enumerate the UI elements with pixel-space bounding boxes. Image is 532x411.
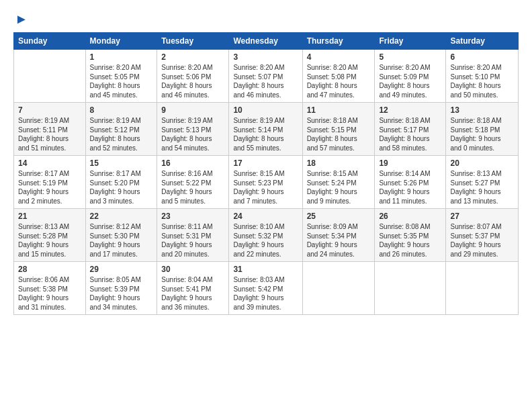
day-number: 8 [90,105,153,115]
table-row: 25Sunrise: 8:09 AM Sunset: 5:34 PM Dayli… [302,209,375,262]
day-number: 23 [161,212,224,221]
table-row: 23Sunrise: 8:11 AM Sunset: 5:31 PM Dayli… [157,209,229,262]
col-friday: Friday [375,33,446,50]
table-row: 19Sunrise: 8:14 AM Sunset: 5:26 PM Dayli… [375,156,446,209]
day-number: 26 [379,212,441,221]
table-row: 17Sunrise: 8:15 AM Sunset: 5:23 PM Dayli… [229,156,302,209]
table-row: 11Sunrise: 8:18 AM Sunset: 5:15 PM Dayli… [302,103,375,156]
calendar-table: Sunday Monday Tuesday Wednesday Thursday… [13,32,519,315]
calendar-row: 14Sunrise: 8:17 AM Sunset: 5:19 PM Dayli… [14,156,519,209]
day-number: 22 [90,212,153,221]
day-number: 9 [161,105,224,115]
day-number: 10 [233,105,298,115]
table-row: 16Sunrise: 8:16 AM Sunset: 5:22 PM Dayli… [157,156,229,209]
day-number: 30 [161,265,224,274]
table-row: 12Sunrise: 8:18 AM Sunset: 5:17 PM Dayli… [375,103,446,156]
table-row: 6Sunrise: 8:20 AM Sunset: 5:10 PM Daylig… [446,50,519,103]
table-row [446,262,519,315]
day-info: Sunrise: 8:04 AM Sunset: 5:41 PM Dayligh… [161,275,224,312]
table-row: 21Sunrise: 8:13 AM Sunset: 5:28 PM Dayli… [14,209,86,262]
day-info: Sunrise: 8:08 AM Sunset: 5:35 PM Dayligh… [379,222,441,259]
day-number: 28 [18,265,81,274]
table-row: 7Sunrise: 8:19 AM Sunset: 5:11 PM Daylig… [14,103,86,156]
day-number: 5 [379,52,441,62]
day-info: Sunrise: 8:07 AM Sunset: 5:37 PM Dayligh… [450,222,514,259]
table-row: 31Sunrise: 8:03 AM Sunset: 5:42 PM Dayli… [229,262,302,315]
table-row: 2Sunrise: 8:20 AM Sunset: 5:06 PM Daylig… [157,50,229,103]
day-info: Sunrise: 8:20 AM Sunset: 5:07 PM Dayligh… [233,63,298,99]
col-saturday: Saturday [446,33,519,50]
day-info: Sunrise: 8:17 AM Sunset: 5:19 PM Dayligh… [18,169,81,205]
day-number: 2 [161,52,224,62]
day-info: Sunrise: 8:11 AM Sunset: 5:31 PM Dayligh… [161,222,224,259]
table-row: 8Sunrise: 8:19 AM Sunset: 5:12 PM Daylig… [85,103,157,156]
day-info: Sunrise: 8:18 AM Sunset: 5:15 PM Dayligh… [307,116,371,152]
day-number: 7 [18,105,81,115]
day-number: 6 [450,52,514,62]
table-row [14,50,86,103]
calendar-row: 1Sunrise: 8:20 AM Sunset: 5:05 PM Daylig… [14,50,519,103]
table-row: 5Sunrise: 8:20 AM Sunset: 5:09 PM Daylig… [375,50,446,103]
day-info: Sunrise: 8:09 AM Sunset: 5:34 PM Dayligh… [307,222,371,259]
day-info: Sunrise: 8:03 AM Sunset: 5:42 PM Dayligh… [233,275,298,312]
table-row: 20Sunrise: 8:13 AM Sunset: 5:27 PM Dayli… [446,156,519,209]
day-number: 1 [90,52,153,62]
page: ► Sunday Monday Tuesday Wednesday Thursd… [0,0,532,411]
day-number: 29 [90,265,153,274]
day-info: Sunrise: 8:20 AM Sunset: 5:09 PM Dayligh… [379,63,441,99]
table-row: 18Sunrise: 8:15 AM Sunset: 5:24 PM Dayli… [302,156,375,209]
day-number: 18 [307,158,371,168]
day-info: Sunrise: 8:18 AM Sunset: 5:18 PM Dayligh… [450,116,514,152]
logo-triangle-icon: ► [15,12,28,26]
table-row: 9Sunrise: 8:19 AM Sunset: 5:13 PM Daylig… [157,103,229,156]
col-sunday: Sunday [14,33,86,50]
table-row: 26Sunrise: 8:08 AM Sunset: 5:35 PM Dayli… [375,209,446,262]
day-number: 15 [90,158,153,168]
day-number: 11 [307,105,371,115]
col-thursday: Thursday [302,33,375,50]
day-info: Sunrise: 8:20 AM Sunset: 5:05 PM Dayligh… [90,63,153,99]
table-row: 3Sunrise: 8:20 AM Sunset: 5:07 PM Daylig… [229,50,302,103]
day-number: 31 [233,265,298,274]
day-number: 3 [233,52,298,62]
table-row: 1Sunrise: 8:20 AM Sunset: 5:05 PM Daylig… [85,50,157,103]
day-info: Sunrise: 8:14 AM Sunset: 5:26 PM Dayligh… [379,169,441,205]
table-row: 4Sunrise: 8:20 AM Sunset: 5:08 PM Daylig… [302,50,375,103]
day-info: Sunrise: 8:19 AM Sunset: 5:14 PM Dayligh… [233,116,298,152]
day-info: Sunrise: 8:20 AM Sunset: 5:06 PM Dayligh… [161,63,224,99]
day-number: 21 [18,212,81,221]
column-header-row: Sunday Monday Tuesday Wednesday Thursday… [14,33,519,50]
day-info: Sunrise: 8:15 AM Sunset: 5:24 PM Dayligh… [307,169,371,205]
day-info: Sunrise: 8:06 AM Sunset: 5:38 PM Dayligh… [18,275,81,312]
day-info: Sunrise: 8:20 AM Sunset: 5:10 PM Dayligh… [450,63,514,99]
day-number: 13 [450,105,514,115]
table-row: 30Sunrise: 8:04 AM Sunset: 5:41 PM Dayli… [157,262,229,315]
day-number: 16 [161,158,224,168]
col-tuesday: Tuesday [157,33,229,50]
table-row: 28Sunrise: 8:06 AM Sunset: 5:38 PM Dayli… [14,262,86,315]
table-row: 27Sunrise: 8:07 AM Sunset: 5:37 PM Dayli… [446,209,519,262]
day-info: Sunrise: 8:13 AM Sunset: 5:28 PM Dayligh… [18,222,81,259]
day-number: 24 [233,212,298,221]
day-number: 17 [233,158,298,168]
day-info: Sunrise: 8:17 AM Sunset: 5:20 PM Dayligh… [90,169,153,205]
day-number: 19 [379,158,441,168]
table-row: 22Sunrise: 8:12 AM Sunset: 5:30 PM Dayli… [85,209,157,262]
day-info: Sunrise: 8:20 AM Sunset: 5:08 PM Dayligh… [307,63,371,99]
day-number: 25 [307,212,371,221]
day-number: 4 [307,52,371,62]
day-info: Sunrise: 8:19 AM Sunset: 5:13 PM Dayligh… [161,116,224,152]
day-info: Sunrise: 8:05 AM Sunset: 5:39 PM Dayligh… [90,275,153,312]
table-row: 14Sunrise: 8:17 AM Sunset: 5:19 PM Dayli… [14,156,86,209]
day-info: Sunrise: 8:19 AM Sunset: 5:12 PM Dayligh… [90,116,153,152]
table-row: 10Sunrise: 8:19 AM Sunset: 5:14 PM Dayli… [229,103,302,156]
table-row: 24Sunrise: 8:10 AM Sunset: 5:32 PM Dayli… [229,209,302,262]
day-info: Sunrise: 8:19 AM Sunset: 5:11 PM Dayligh… [18,116,81,152]
table-row: 15Sunrise: 8:17 AM Sunset: 5:20 PM Dayli… [85,156,157,209]
table-row: 13Sunrise: 8:18 AM Sunset: 5:18 PM Dayli… [446,103,519,156]
day-info: Sunrise: 8:13 AM Sunset: 5:27 PM Dayligh… [450,169,514,205]
day-number: 20 [450,158,514,168]
day-number: 27 [450,212,514,221]
table-row: 29Sunrise: 8:05 AM Sunset: 5:39 PM Dayli… [85,262,157,315]
table-row [375,262,446,315]
